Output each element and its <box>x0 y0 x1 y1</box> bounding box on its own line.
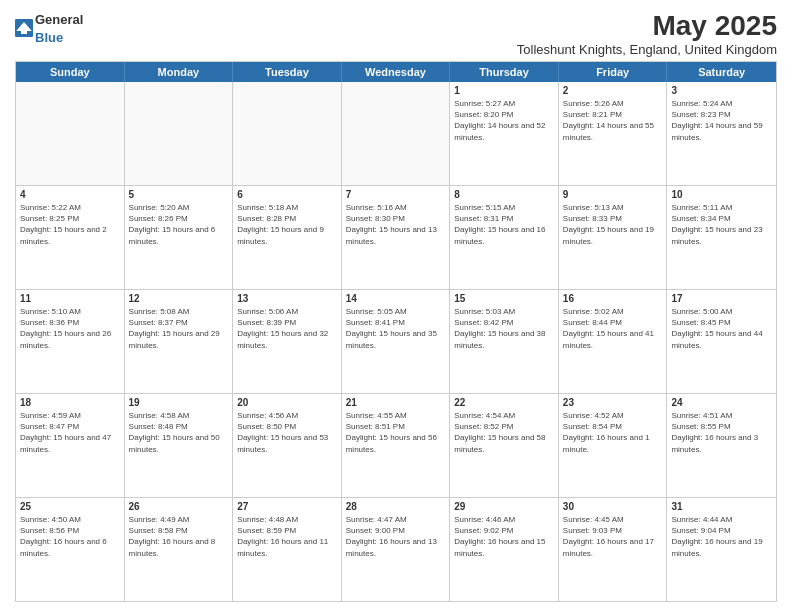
day-cell-empty <box>342 82 451 185</box>
day-number: 11 <box>20 293 120 304</box>
day-info: Sunrise: 5:00 AM Sunset: 8:45 PM Dayligh… <box>671 306 772 351</box>
header-sunday: Sunday <box>16 62 125 82</box>
day-number: 24 <box>671 397 772 408</box>
day-cell-30: 30Sunrise: 4:45 AM Sunset: 9:03 PM Dayli… <box>559 498 668 601</box>
day-info: Sunrise: 4:52 AM Sunset: 8:54 PM Dayligh… <box>563 410 663 455</box>
day-number: 18 <box>20 397 120 408</box>
day-number: 12 <box>129 293 229 304</box>
header: General Blue May 2025 Tolleshunt Knights… <box>15 10 777 57</box>
day-number: 26 <box>129 501 229 512</box>
day-info: Sunrise: 4:46 AM Sunset: 9:02 PM Dayligh… <box>454 514 554 559</box>
day-cell-22: 22Sunrise: 4:54 AM Sunset: 8:52 PM Dayli… <box>450 394 559 497</box>
day-cell-14: 14Sunrise: 5:05 AM Sunset: 8:41 PM Dayli… <box>342 290 451 393</box>
day-cell-29: 29Sunrise: 4:46 AM Sunset: 9:02 PM Dayli… <box>450 498 559 601</box>
day-cell-17: 17Sunrise: 5:00 AM Sunset: 8:45 PM Dayli… <box>667 290 776 393</box>
day-info: Sunrise: 5:02 AM Sunset: 8:44 PM Dayligh… <box>563 306 663 351</box>
day-cell-10: 10Sunrise: 5:11 AM Sunset: 8:34 PM Dayli… <box>667 186 776 289</box>
day-cell-empty <box>16 82 125 185</box>
day-cell-6: 6Sunrise: 5:18 AM Sunset: 8:28 PM Daylig… <box>233 186 342 289</box>
day-info: Sunrise: 5:13 AM Sunset: 8:33 PM Dayligh… <box>563 202 663 247</box>
day-info: Sunrise: 5:05 AM Sunset: 8:41 PM Dayligh… <box>346 306 446 351</box>
day-cell-12: 12Sunrise: 5:08 AM Sunset: 8:37 PM Dayli… <box>125 290 234 393</box>
day-info: Sunrise: 5:15 AM Sunset: 8:31 PM Dayligh… <box>454 202 554 247</box>
day-number: 14 <box>346 293 446 304</box>
day-cell-31: 31Sunrise: 4:44 AM Sunset: 9:04 PM Dayli… <box>667 498 776 601</box>
day-cell-4: 4Sunrise: 5:22 AM Sunset: 8:25 PM Daylig… <box>16 186 125 289</box>
header-saturday: Saturday <box>667 62 776 82</box>
day-number: 22 <box>454 397 554 408</box>
day-info: Sunrise: 4:55 AM Sunset: 8:51 PM Dayligh… <box>346 410 446 455</box>
day-number: 30 <box>563 501 663 512</box>
day-number: 5 <box>129 189 229 200</box>
day-info: Sunrise: 5:06 AM Sunset: 8:39 PM Dayligh… <box>237 306 337 351</box>
subtitle: Tolleshunt Knights, England, United King… <box>517 42 777 57</box>
title-block: May 2025 Tolleshunt Knights, England, Un… <box>517 10 777 57</box>
day-number: 13 <box>237 293 337 304</box>
day-cell-28: 28Sunrise: 4:47 AM Sunset: 9:00 PM Dayli… <box>342 498 451 601</box>
week-row-5: 25Sunrise: 4:50 AM Sunset: 8:56 PM Dayli… <box>16 498 776 601</box>
day-number: 9 <box>563 189 663 200</box>
day-info: Sunrise: 4:49 AM Sunset: 8:58 PM Dayligh… <box>129 514 229 559</box>
day-number: 2 <box>563 85 663 96</box>
day-cell-16: 16Sunrise: 5:02 AM Sunset: 8:44 PM Dayli… <box>559 290 668 393</box>
day-cell-26: 26Sunrise: 4:49 AM Sunset: 8:58 PM Dayli… <box>125 498 234 601</box>
header-friday: Friday <box>559 62 668 82</box>
day-number: 15 <box>454 293 554 304</box>
day-number: 27 <box>237 501 337 512</box>
day-cell-5: 5Sunrise: 5:20 AM Sunset: 8:26 PM Daylig… <box>125 186 234 289</box>
day-cell-3: 3Sunrise: 5:24 AM Sunset: 8:23 PM Daylig… <box>667 82 776 185</box>
day-cell-23: 23Sunrise: 4:52 AM Sunset: 8:54 PM Dayli… <box>559 394 668 497</box>
day-cell-1: 1Sunrise: 5:27 AM Sunset: 8:20 PM Daylig… <box>450 82 559 185</box>
day-number: 21 <box>346 397 446 408</box>
day-info: Sunrise: 5:20 AM Sunset: 8:26 PM Dayligh… <box>129 202 229 247</box>
day-cell-21: 21Sunrise: 4:55 AM Sunset: 8:51 PM Dayli… <box>342 394 451 497</box>
svg-rect-2 <box>21 30 27 34</box>
day-number: 29 <box>454 501 554 512</box>
header-thursday: Thursday <box>450 62 559 82</box>
day-info: Sunrise: 5:10 AM Sunset: 8:36 PM Dayligh… <box>20 306 120 351</box>
day-cell-13: 13Sunrise: 5:06 AM Sunset: 8:39 PM Dayli… <box>233 290 342 393</box>
day-cell-19: 19Sunrise: 4:58 AM Sunset: 8:48 PM Dayli… <box>125 394 234 497</box>
day-info: Sunrise: 5:03 AM Sunset: 8:42 PM Dayligh… <box>454 306 554 351</box>
day-info: Sunrise: 4:50 AM Sunset: 8:56 PM Dayligh… <box>20 514 120 559</box>
day-number: 10 <box>671 189 772 200</box>
day-cell-11: 11Sunrise: 5:10 AM Sunset: 8:36 PM Dayli… <box>16 290 125 393</box>
day-info: Sunrise: 5:08 AM Sunset: 8:37 PM Dayligh… <box>129 306 229 351</box>
day-info: Sunrise: 5:18 AM Sunset: 8:28 PM Dayligh… <box>237 202 337 247</box>
day-number: 17 <box>671 293 772 304</box>
calendar-body: 1Sunrise: 5:27 AM Sunset: 8:20 PM Daylig… <box>16 82 776 601</box>
logo: General Blue <box>15 10 83 46</box>
day-info: Sunrise: 5:24 AM Sunset: 8:23 PM Dayligh… <box>671 98 772 143</box>
page: General Blue May 2025 Tolleshunt Knights… <box>0 0 792 612</box>
day-number: 8 <box>454 189 554 200</box>
day-info: Sunrise: 4:45 AM Sunset: 9:03 PM Dayligh… <box>563 514 663 559</box>
day-cell-27: 27Sunrise: 4:48 AM Sunset: 8:59 PM Dayli… <box>233 498 342 601</box>
week-row-4: 18Sunrise: 4:59 AM Sunset: 8:47 PM Dayli… <box>16 394 776 498</box>
logo-icon <box>15 19 33 37</box>
week-row-3: 11Sunrise: 5:10 AM Sunset: 8:36 PM Dayli… <box>16 290 776 394</box>
day-info: Sunrise: 4:51 AM Sunset: 8:55 PM Dayligh… <box>671 410 772 455</box>
day-cell-9: 9Sunrise: 5:13 AM Sunset: 8:33 PM Daylig… <box>559 186 668 289</box>
day-info: Sunrise: 4:47 AM Sunset: 9:00 PM Dayligh… <box>346 514 446 559</box>
day-cell-empty <box>233 82 342 185</box>
day-info: Sunrise: 4:59 AM Sunset: 8:47 PM Dayligh… <box>20 410 120 455</box>
day-number: 7 <box>346 189 446 200</box>
day-cell-24: 24Sunrise: 4:51 AM Sunset: 8:55 PM Dayli… <box>667 394 776 497</box>
logo-text: General Blue <box>35 10 83 46</box>
day-info: Sunrise: 5:22 AM Sunset: 8:25 PM Dayligh… <box>20 202 120 247</box>
header-tuesday: Tuesday <box>233 62 342 82</box>
day-cell-20: 20Sunrise: 4:56 AM Sunset: 8:50 PM Dayli… <box>233 394 342 497</box>
day-cell-25: 25Sunrise: 4:50 AM Sunset: 8:56 PM Dayli… <box>16 498 125 601</box>
day-number: 20 <box>237 397 337 408</box>
day-info: Sunrise: 4:58 AM Sunset: 8:48 PM Dayligh… <box>129 410 229 455</box>
day-cell-18: 18Sunrise: 4:59 AM Sunset: 8:47 PM Dayli… <box>16 394 125 497</box>
logo-general: General <box>35 12 83 27</box>
day-info: Sunrise: 5:27 AM Sunset: 8:20 PM Dayligh… <box>454 98 554 143</box>
logo-blue: Blue <box>35 30 63 45</box>
day-cell-15: 15Sunrise: 5:03 AM Sunset: 8:42 PM Dayli… <box>450 290 559 393</box>
day-number: 16 <box>563 293 663 304</box>
day-headers: Sunday Monday Tuesday Wednesday Thursday… <box>16 62 776 82</box>
day-number: 31 <box>671 501 772 512</box>
day-number: 4 <box>20 189 120 200</box>
day-number: 1 <box>454 85 554 96</box>
